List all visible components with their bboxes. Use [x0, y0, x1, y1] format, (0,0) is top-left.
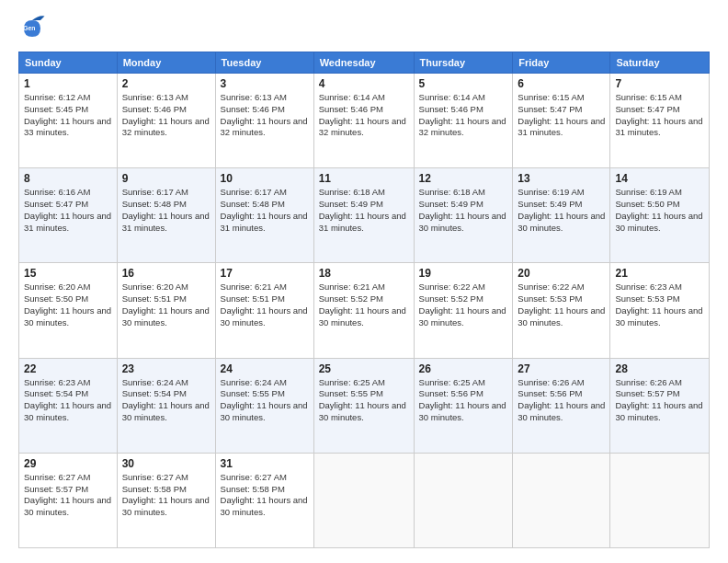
day-info: Sunrise: 6:24 AMSunset: 5:55 PMDaylight:…	[221, 377, 309, 424]
calendar-day-cell	[313, 453, 414, 547]
calendar-day-cell	[513, 453, 610, 547]
day-info: Sunrise: 6:13 AMSunset: 5:46 PMDaylight:…	[221, 92, 309, 139]
day-number: 5	[419, 77, 508, 90]
weekday-header-friday: Friday	[513, 52, 610, 74]
day-info: Sunrise: 6:25 AMSunset: 5:55 PMDaylight:…	[319, 377, 409, 424]
day-number: 14	[615, 172, 704, 185]
day-info: Sunrise: 6:23 AMSunset: 5:53 PMDaylight:…	[615, 282, 704, 328]
calendar-day-cell: 27Sunrise: 6:26 AMSunset: 5:56 PMDayligh…	[513, 358, 610, 453]
calendar-week-row: 8Sunrise: 6:16 AMSunset: 5:47 PMDaylight…	[19, 168, 710, 263]
day-number: 20	[518, 267, 605, 280]
calendar-day-cell: 10Sunrise: 6:17 AMSunset: 5:48 PMDayligh…	[215, 168, 313, 263]
day-number: 26	[419, 362, 508, 375]
day-info: Sunrise: 6:24 AMSunset: 5:54 PMDaylight:…	[122, 377, 210, 424]
day-number: 1	[24, 77, 112, 90]
day-number: 24	[221, 362, 309, 375]
day-info: Sunrise: 6:22 AMSunset: 5:52 PMDaylight:…	[419, 282, 508, 328]
weekday-header-saturday: Saturday	[610, 52, 710, 74]
calendar-day-cell	[414, 453, 513, 547]
day-number: 23	[122, 362, 210, 375]
day-number: 31	[221, 457, 309, 470]
calendar-day-cell: 4Sunrise: 6:14 AMSunset: 5:46 PMDaylight…	[313, 74, 414, 168]
day-number: 21	[615, 267, 704, 280]
calendar-day-cell: 2Sunrise: 6:13 AMSunset: 5:46 PMDaylight…	[117, 74, 215, 168]
logo: Gen	[18, 15, 50, 42]
day-info: Sunrise: 6:18 AMSunset: 5:49 PMDaylight:…	[419, 187, 508, 234]
calendar-week-row: 15Sunrise: 6:20 AMSunset: 5:50 PMDayligh…	[19, 263, 710, 358]
day-info: Sunrise: 6:25 AMSunset: 5:56 PMDaylight:…	[419, 377, 508, 424]
day-number: 4	[319, 77, 409, 90]
day-info: Sunrise: 6:20 AMSunset: 5:51 PMDaylight:…	[122, 282, 210, 328]
calendar-day-cell: 13Sunrise: 6:19 AMSunset: 5:49 PMDayligh…	[513, 168, 610, 263]
day-number: 2	[122, 77, 210, 90]
calendar-day-cell: 17Sunrise: 6:21 AMSunset: 5:51 PMDayligh…	[215, 263, 313, 358]
weekday-header-thursday: Thursday	[414, 52, 513, 74]
day-info: Sunrise: 6:14 AMSunset: 5:46 PMDaylight:…	[319, 92, 409, 139]
day-info: Sunrise: 6:27 AMSunset: 5:58 PMDaylight:…	[221, 472, 309, 519]
weekday-header-sunday: Sunday	[19, 52, 118, 74]
day-info: Sunrise: 6:26 AMSunset: 5:56 PMDaylight:…	[518, 377, 605, 424]
calendar-day-cell: 31Sunrise: 6:27 AMSunset: 5:58 PMDayligh…	[215, 453, 313, 547]
day-number: 10	[221, 172, 309, 185]
day-number: 12	[419, 172, 508, 185]
day-number: 28	[615, 362, 704, 375]
calendar-day-cell: 26Sunrise: 6:25 AMSunset: 5:56 PMDayligh…	[414, 358, 513, 453]
calendar-day-cell: 29Sunrise: 6:27 AMSunset: 5:57 PMDayligh…	[19, 453, 118, 547]
calendar-day-cell: 18Sunrise: 6:21 AMSunset: 5:52 PMDayligh…	[313, 263, 414, 358]
day-info: Sunrise: 6:19 AMSunset: 5:49 PMDaylight:…	[518, 187, 605, 234]
calendar-day-cell: 28Sunrise: 6:26 AMSunset: 5:57 PMDayligh…	[610, 358, 710, 453]
day-info: Sunrise: 6:21 AMSunset: 5:51 PMDaylight:…	[221, 282, 309, 328]
day-number: 8	[24, 172, 112, 185]
day-number: 15	[24, 267, 112, 280]
day-number: 3	[221, 77, 309, 90]
calendar-day-cell: 20Sunrise: 6:22 AMSunset: 5:53 PMDayligh…	[513, 263, 610, 358]
day-info: Sunrise: 6:18 AMSunset: 5:49 PMDaylight:…	[319, 187, 409, 234]
day-number: 27	[518, 362, 605, 375]
calendar-day-cell: 12Sunrise: 6:18 AMSunset: 5:49 PMDayligh…	[414, 168, 513, 263]
calendar-day-cell: 8Sunrise: 6:16 AMSunset: 5:47 PMDaylight…	[19, 168, 118, 263]
day-number: 22	[24, 362, 112, 375]
day-info: Sunrise: 6:16 AMSunset: 5:47 PMDaylight:…	[24, 187, 112, 234]
day-info: Sunrise: 6:17 AMSunset: 5:48 PMDaylight:…	[122, 187, 210, 234]
day-number: 29	[24, 457, 112, 470]
day-info: Sunrise: 6:26 AMSunset: 5:57 PMDaylight:…	[615, 377, 704, 424]
page: Gen SundayMondayTuesdayWednesdayThursday…	[0, 0, 728, 563]
day-info: Sunrise: 6:15 AMSunset: 5:47 PMDaylight:…	[615, 92, 704, 139]
weekday-header-wednesday: Wednesday	[313, 52, 414, 74]
calendar-day-cell: 14Sunrise: 6:19 AMSunset: 5:50 PMDayligh…	[610, 168, 710, 263]
day-info: Sunrise: 6:21 AMSunset: 5:52 PMDaylight:…	[319, 282, 409, 328]
day-info: Sunrise: 6:12 AMSunset: 5:45 PMDaylight:…	[24, 92, 112, 139]
day-info: Sunrise: 6:20 AMSunset: 5:50 PMDaylight:…	[24, 282, 112, 328]
calendar-day-cell: 5Sunrise: 6:14 AMSunset: 5:46 PMDaylight…	[414, 74, 513, 168]
day-info: Sunrise: 6:27 AMSunset: 5:58 PMDaylight:…	[122, 472, 210, 519]
calendar-day-cell: 16Sunrise: 6:20 AMSunset: 5:51 PMDayligh…	[117, 263, 215, 358]
day-number: 16	[122, 267, 210, 280]
day-number: 13	[518, 172, 605, 185]
logo-icon: Gen	[18, 15, 46, 42]
day-info: Sunrise: 6:13 AMSunset: 5:46 PMDaylight:…	[122, 92, 210, 139]
day-number: 17	[221, 267, 309, 280]
day-info: Sunrise: 6:19 AMSunset: 5:50 PMDaylight:…	[615, 187, 704, 234]
calendar-week-row: 29Sunrise: 6:27 AMSunset: 5:57 PMDayligh…	[19, 453, 710, 547]
weekday-header-row: SundayMondayTuesdayWednesdayThursdayFrid…	[19, 52, 710, 74]
day-info: Sunrise: 6:14 AMSunset: 5:46 PMDaylight:…	[419, 92, 508, 139]
svg-text:Gen: Gen	[23, 25, 35, 31]
day-info: Sunrise: 6:17 AMSunset: 5:48 PMDaylight:…	[221, 187, 309, 234]
calendar-day-cell: 30Sunrise: 6:27 AMSunset: 5:58 PMDayligh…	[117, 453, 215, 547]
day-number: 25	[319, 362, 409, 375]
calendar-day-cell: 9Sunrise: 6:17 AMSunset: 5:48 PMDaylight…	[117, 168, 215, 263]
calendar-day-cell: 11Sunrise: 6:18 AMSunset: 5:49 PMDayligh…	[313, 168, 414, 263]
day-number: 6	[518, 77, 605, 90]
calendar-week-row: 22Sunrise: 6:23 AMSunset: 5:54 PMDayligh…	[19, 358, 710, 453]
calendar-week-row: 1Sunrise: 6:12 AMSunset: 5:45 PMDaylight…	[19, 74, 710, 168]
day-number: 19	[419, 267, 508, 280]
header: Gen	[18, 15, 710, 42]
day-number: 9	[122, 172, 210, 185]
day-number: 11	[319, 172, 409, 185]
day-info: Sunrise: 6:23 AMSunset: 5:54 PMDaylight:…	[24, 377, 112, 424]
calendar-day-cell: 23Sunrise: 6:24 AMSunset: 5:54 PMDayligh…	[117, 358, 215, 453]
day-number: 7	[615, 77, 704, 90]
calendar-day-cell: 21Sunrise: 6:23 AMSunset: 5:53 PMDayligh…	[610, 263, 710, 358]
calendar-day-cell: 25Sunrise: 6:25 AMSunset: 5:55 PMDayligh…	[313, 358, 414, 453]
calendar-day-cell: 19Sunrise: 6:22 AMSunset: 5:52 PMDayligh…	[414, 263, 513, 358]
